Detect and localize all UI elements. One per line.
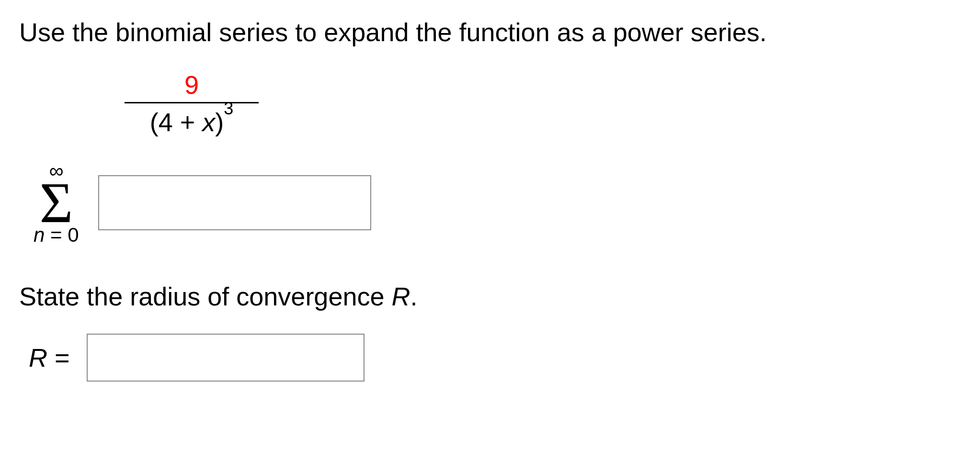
- fraction-numerator: 9: [175, 70, 208, 102]
- sigma-lower-limit: n = 0: [34, 225, 79, 245]
- denom-close: ): [215, 108, 224, 136]
- radius-input-row: R =: [29, 334, 961, 382]
- problem-instruction: Use the binomial series to expand the fu…: [19, 14, 961, 51]
- series-term-input[interactable]: [98, 175, 371, 230]
- denom-var: x: [202, 108, 215, 136]
- denominator-base: (4 + x): [150, 107, 224, 137]
- radius-prompt: State the radius of convergence R.: [19, 279, 961, 315]
- radius-label-var: R: [29, 343, 47, 372]
- radius-prompt-prefix: State the radius of convergence: [19, 282, 392, 311]
- denom-open: (4 +: [150, 108, 203, 136]
- fraction-denominator: (4 + x) 3: [150, 103, 234, 137]
- fraction: 9 (4 + x) 3: [125, 70, 259, 137]
- denominator-exponent: 3: [224, 99, 233, 119]
- sigma-symbol: Σ: [39, 177, 73, 229]
- radius-label: R =: [29, 343, 70, 372]
- sigma-lower-eq: = 0: [45, 224, 79, 246]
- function-expression: 9 (4 + x) 3: [125, 70, 259, 137]
- sigma-notation: ∞ Σ n = 0: [34, 161, 79, 245]
- summation-row: ∞ Σ n = 0: [34, 161, 961, 245]
- radius-input[interactable]: [87, 334, 365, 382]
- sigma-lower-var: n: [34, 224, 45, 246]
- radius-prompt-suffix: .: [410, 282, 418, 311]
- radius-label-eq: =: [47, 343, 70, 372]
- radius-prompt-var: R: [392, 282, 410, 311]
